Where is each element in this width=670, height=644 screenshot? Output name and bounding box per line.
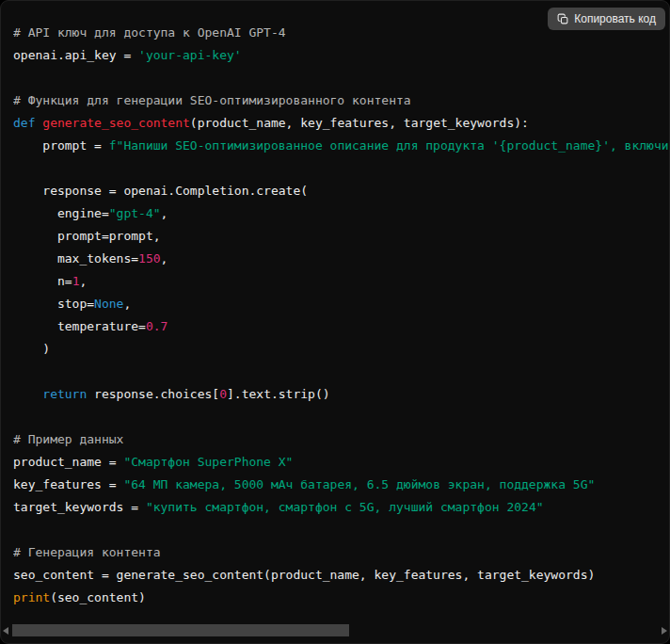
code-line: product_name = "Смартфон SuperPhone X" bbox=[13, 451, 669, 474]
code-line: seo_content = generate_seo_content(produ… bbox=[13, 564, 669, 587]
code-line: target_keywords = "купить смартфон, смар… bbox=[13, 496, 669, 519]
code-line: key_features = "64 МП камера, 5000 мАч б… bbox=[13, 474, 669, 496]
code-line: def generate_seo_content(product_name, k… bbox=[13, 112, 669, 135]
horizontal-scrollbar[interactable] bbox=[1, 623, 669, 638]
code-line bbox=[13, 157, 669, 180]
code-line bbox=[13, 406, 669, 428]
code-line bbox=[13, 67, 669, 89]
code-line: engine="gpt-4", bbox=[13, 202, 669, 225]
code-line bbox=[13, 361, 669, 383]
code-line: max_tokens=150, bbox=[13, 248, 669, 270]
code-line: ) bbox=[13, 338, 669, 361]
code-line: prompt = f"Напиши SEO-оптимизированное о… bbox=[13, 135, 669, 157]
code-line: stop=None, bbox=[13, 293, 669, 315]
code-line: # Функция для генерации SEO-оптимизирова… bbox=[13, 89, 669, 112]
code-line: temperature=0.7 bbox=[13, 315, 669, 338]
code-line: # Генерация контента bbox=[13, 541, 669, 564]
copy-code-button[interactable]: Копировать код bbox=[548, 8, 665, 30]
scroll-right-arrow-icon[interactable] bbox=[662, 627, 667, 635]
code-line: # Пример данных bbox=[13, 428, 669, 451]
code-block: Копировать код # API ключ для доступа к … bbox=[0, 0, 670, 644]
code-line: print(seo_content) bbox=[13, 587, 669, 609]
code-line: response = openai.Completion.create( bbox=[13, 180, 669, 202]
code-lines: # API ключ для доступа к OpenAI GPT-4ope… bbox=[13, 22, 669, 609]
code-line: openai.api_key = 'your-api-key' bbox=[13, 44, 669, 67]
code-content: # API ключ для доступа к OpenAI GPT-4ope… bbox=[13, 1, 669, 609]
code-line: n=1, bbox=[13, 270, 669, 293]
code-line: prompt=prompt, bbox=[13, 225, 669, 248]
scrollbar-thumb[interactable] bbox=[12, 624, 349, 636]
scroll-left-arrow-icon[interactable] bbox=[3, 627, 8, 635]
copy-code-label: Копировать код bbox=[574, 12, 656, 25]
copy-icon bbox=[557, 13, 568, 24]
code-line bbox=[13, 519, 669, 541]
code-line: return response.choices[0].text.strip() bbox=[13, 383, 669, 406]
